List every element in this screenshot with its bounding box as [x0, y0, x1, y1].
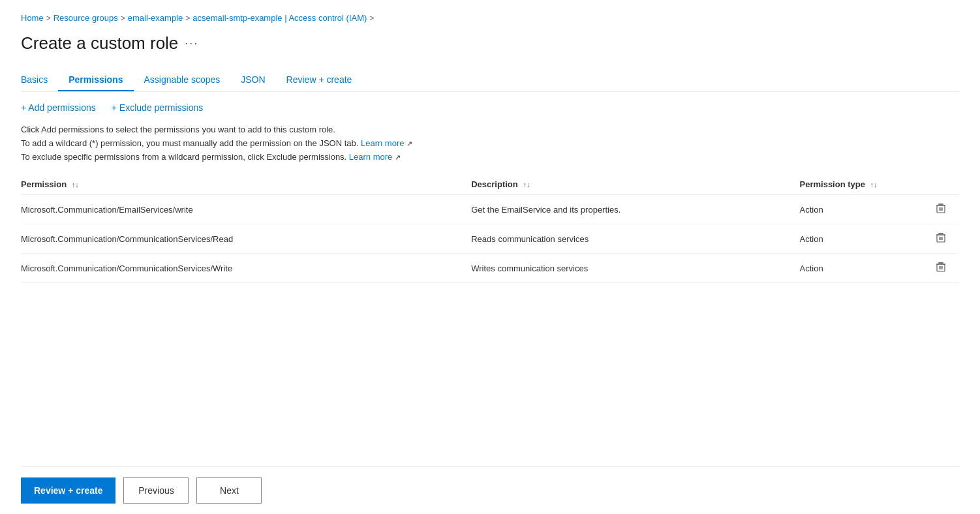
tab-bar: Basics Permissions Assignable scopes JSO… — [21, 69, 959, 92]
table-header-row: Permission ↑↓ Description ↑↓ Permission … — [21, 174, 959, 195]
delete-row-2-button[interactable] — [934, 260, 948, 276]
table-row: Microsoft.Communication/EmailServices/wr… — [21, 195, 959, 224]
delete-row-1-button[interactable] — [934, 231, 948, 247]
tab-assignable-scopes[interactable]: Assignable scopes — [134, 69, 231, 91]
permission-cell-0: Microsoft.Communication/EmailServices/wr… — [21, 195, 471, 224]
next-button[interactable]: Next — [196, 477, 262, 504]
action-bar: + Add permissions + Exclude permissions — [21, 102, 959, 113]
tab-permissions[interactable]: Permissions — [58, 69, 133, 91]
sort-permission-icon[interactable]: ↑↓ — [72, 181, 79, 189]
table-row: Microsoft.Communication/CommunicationSer… — [21, 224, 959, 254]
header-delete — [931, 174, 959, 195]
type-cell-1: Action — [800, 224, 931, 254]
delete-row-0-button[interactable] — [934, 202, 948, 217]
description-cell-1: Reads communication services — [471, 224, 799, 254]
breadcrumb-email-example[interactable]: email-example — [128, 13, 183, 23]
permission-cell-1: Microsoft.Communication/CommunicationSer… — [21, 224, 471, 254]
description-cell-0: Get the EmailService and its properties. — [471, 195, 799, 224]
breadcrumb-sep-3: > — [185, 14, 190, 23]
info-box: Click Add permissions to select the perm… — [21, 123, 959, 164]
delete-cell-2 — [931, 254, 959, 283]
type-cell-2: Action — [800, 254, 931, 283]
breadcrumb-resource-groups[interactable]: Resource groups — [54, 13, 118, 23]
page-title-row: Create a custom role ··· — [21, 33, 959, 53]
description-cell-2: Writes communication services — [471, 254, 799, 283]
external-icon-2: ↗ — [395, 153, 401, 161]
table-row: Microsoft.Communication/CommunicationSer… — [21, 254, 959, 283]
breadcrumb-iam[interactable]: acsemail-smtp-example | Access control (… — [192, 13, 367, 23]
breadcrumb-sep-2: > — [121, 14, 125, 23]
info-line-2: To add a wildcard (*) permission, you mu… — [21, 137, 959, 151]
header-permission: Permission ↑↓ — [21, 174, 471, 195]
review-create-button[interactable]: Review + create — [21, 477, 115, 504]
footer-bar: Review + create Previous Next — [21, 466, 959, 514]
learn-more-json-link[interactable]: Learn more — [361, 138, 404, 148]
exclude-permissions-link[interactable]: + Exclude permissions — [112, 102, 203, 113]
external-icon-1: ↗ — [406, 140, 412, 147]
page-title: Create a custom role — [21, 33, 178, 53]
permissions-table: Permission ↑↓ Description ↑↓ Permission … — [21, 174, 959, 283]
breadcrumb-home[interactable]: Home — [21, 13, 44, 23]
more-options-icon[interactable]: ··· — [185, 37, 198, 50]
previous-button[interactable]: Previous — [123, 477, 189, 504]
sort-type-icon[interactable]: ↑↓ — [870, 181, 878, 189]
delete-cell-0 — [931, 195, 959, 224]
sort-description-icon[interactable]: ↑↓ — [523, 181, 530, 189]
permission-cell-2: Microsoft.Communication/CommunicationSer… — [21, 254, 471, 283]
breadcrumb-sep-1: > — [46, 14, 51, 23]
breadcrumb-sep-4: > — [369, 14, 374, 23]
tab-basics[interactable]: Basics — [21, 69, 58, 91]
type-cell-0: Action — [800, 195, 931, 224]
content-area: + Add permissions + Exclude permissions … — [21, 92, 959, 466]
add-permissions-link[interactable]: + Add permissions — [21, 102, 96, 113]
tab-review-create[interactable]: Review + create — [276, 69, 363, 91]
delete-cell-1 — [931, 224, 959, 254]
info-line-1: Click Add permissions to select the perm… — [21, 123, 959, 137]
learn-more-exclude-link[interactable]: Learn more — [349, 152, 392, 162]
breadcrumb: Home > Resource groups > email-example >… — [21, 13, 959, 23]
info-line-3: To exclude specific permissions from a w… — [21, 151, 959, 164]
header-permission-type: Permission type ↑↓ — [800, 174, 931, 195]
tab-json[interactable]: JSON — [230, 69, 275, 91]
header-description: Description ↑↓ — [471, 174, 799, 195]
